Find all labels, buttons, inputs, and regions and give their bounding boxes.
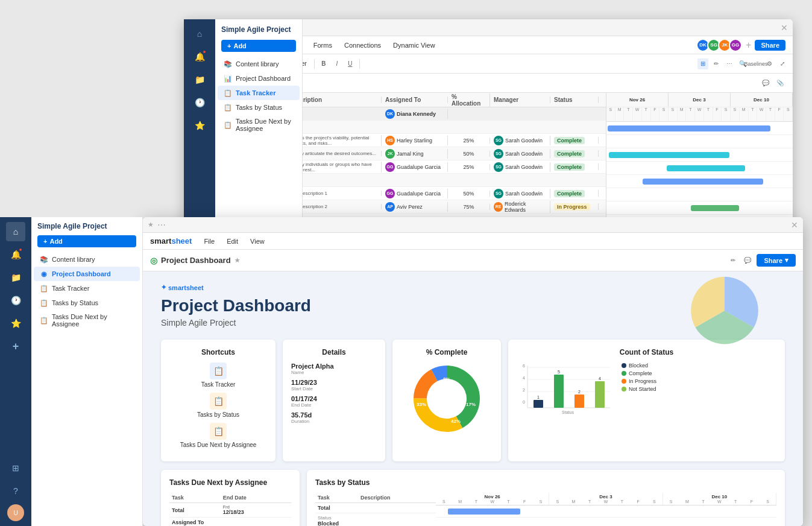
shortcut-tasks-by-status[interactable]: 📋 Tasks by Status: [169, 393, 267, 418]
row-status: Complete: [550, 163, 599, 170]
underline-icon[interactable]: U: [345, 59, 356, 69]
sidebar-item-content-library-front[interactable]: 📚 Content library: [34, 252, 140, 267]
add-button-back[interactable]: + Add: [221, 40, 296, 52]
gantt-day: S: [722, 107, 731, 121]
grid-icon-front[interactable]: ⊞: [6, 458, 25, 478]
settings-icon[interactable]: ⚙: [764, 59, 775, 69]
svg-text:8%: 8%: [443, 376, 450, 382]
gantt-row: [606, 188, 793, 201]
files-icon-front[interactable]: 📁: [6, 268, 25, 287]
row-assigned: GG Guadalupe Garcia: [382, 189, 448, 198]
manager-name: Sarah Goodwin: [505, 164, 543, 170]
svg-text:1: 1: [537, 395, 540, 399]
user-avatar-icon-front[interactable]: U: [7, 504, 24, 521]
share-dashboard-icon[interactable]: 💬: [742, 255, 753, 266]
italic-icon[interactable]: I: [332, 59, 342, 69]
assigned-name: Jamal King: [397, 151, 424, 157]
status-badge: Complete: [554, 137, 585, 144]
col-task-header: Task: [169, 493, 221, 503]
edit-icon[interactable]: ✏: [711, 59, 722, 69]
gantt-day: T: [686, 107, 695, 121]
home-icon-front[interactable]: ⌂: [6, 222, 25, 241]
task-tracker-icon: 📋: [224, 89, 232, 97]
home-icon[interactable]: ⌂: [190, 24, 209, 43]
tasks-status-label-front: Tasks by Status: [52, 299, 98, 306]
gantt-mini-week-2: Dec 3 S M T W T F S: [549, 493, 663, 505]
tasks-status-label: Tasks by Status: [236, 104, 282, 111]
total-task: Total: [169, 503, 221, 518]
donut-chart: 8% 33% 42% 17%: [401, 363, 493, 435]
chart-legend: Blocked Complete In Progress Not St: [622, 363, 656, 417]
menu-edit-front[interactable]: Edit: [222, 235, 243, 247]
front-nav-title: Simple Agile Project: [31, 217, 142, 233]
assigned-name: Aviv Perez: [397, 204, 423, 210]
bold-icon[interactable]: B: [318, 59, 329, 69]
add-user-icon[interactable]: +: [746, 40, 751, 51]
favorites-icon-front[interactable]: ⭐: [6, 314, 25, 333]
menu-dynamic-view[interactable]: Dynamic View: [388, 39, 440, 51]
svg-text:5: 5: [558, 370, 560, 374]
recent-icon-front[interactable]: 🕐: [6, 291, 25, 310]
gantt-day: T: [766, 107, 775, 121]
recent-icon[interactable]: 🕐: [190, 93, 209, 112]
count-of-status-widget: Count of Status 6 4 2 0: [508, 340, 785, 461]
edit-dashboard-icon[interactable]: ✏: [728, 255, 738, 266]
legend-not-started: Not Started: [622, 386, 656, 392]
front-close-icon[interactable]: ✕: [791, 220, 798, 230]
favorites-icon[interactable]: ⭐: [190, 116, 209, 135]
menu-file-front[interactable]: File: [199, 235, 219, 247]
gantt-bar: [667, 165, 745, 171]
shortcut-tasks-due[interactable]: 📋 Tasks Due Next by Assignee: [169, 423, 267, 448]
ss-logo-text: smartsheet: [168, 284, 204, 291]
shortcut-tasks-due-icon: 📋: [210, 423, 227, 440]
fullscreen-icon[interactable]: ⤢: [777, 59, 788, 69]
svg-text:17%: 17%: [466, 402, 476, 407]
sidebar-item-task-tracker[interactable]: 📋 Task Tracker: [218, 86, 300, 100]
grid-view-icon[interactable]: ⊞: [697, 59, 708, 69]
sidebar-item-project-dashboard-front[interactable]: ◉ Project Dashboard: [34, 267, 140, 281]
sidebar-item-project-dashboard[interactable]: 📊 Project Dashboard: [218, 71, 300, 86]
baseline-icon[interactable]: Baselines: [751, 59, 761, 69]
titlebar-close-icon[interactable]: ✕: [781, 23, 788, 33]
project-name-value: Project Alpha: [291, 363, 377, 370]
share-button-back[interactable]: Share: [755, 40, 785, 51]
menu-connections[interactable]: Connections: [339, 39, 386, 51]
bar-complete: [554, 375, 564, 408]
notifications-icon-front[interactable]: 🔔: [6, 245, 25, 264]
gantt-day: S: [784, 107, 793, 121]
sidebar-item-task-tracker-front[interactable]: 📋 Task Tracker: [34, 281, 140, 296]
files-icon[interactable]: 📁: [190, 70, 209, 89]
sidebar-item-tasks-by-status[interactable]: 📋 Tasks by Status: [218, 100, 300, 115]
help-icon-front[interactable]: ?: [6, 481, 25, 501]
content-library-icon: 📚: [224, 60, 232, 68]
desc-cell: [358, 513, 436, 527]
sidebar-item-tasks-due-front[interactable]: 📋 Tasks Due Next by Assignee: [34, 310, 140, 331]
end-date-value: 01/17/24: [291, 395, 377, 402]
sidebar-item-tasks-due[interactable]: 📋 Tasks Due Next by Assignee: [218, 115, 300, 135]
gantt-day: S: [669, 107, 678, 121]
shortcut-task-tracker[interactable]: 📋 Task Tracker: [169, 363, 267, 388]
more-icon[interactable]: ⋯: [724, 59, 735, 69]
menu-forms[interactable]: Forms: [309, 39, 337, 51]
tasks-status-gantt: Nov 26 S M T W T F S: [436, 493, 776, 526]
menu-view-front[interactable]: View: [245, 235, 269, 247]
front-app-logo: smartsheet: [150, 236, 192, 246]
sidebar-item-content-library[interactable]: 📚 Content library: [218, 57, 300, 71]
nav-panel-front: Simple Agile Project + Add 📚 Content lib…: [31, 217, 143, 526]
detail-start-date: 11/29/23 Start Date: [291, 379, 377, 391]
comment-icon[interactable]: 💬: [760, 78, 771, 89]
gantt-day: T: [642, 107, 651, 121]
avatar-sm: GG: [385, 189, 395, 198]
gantt-mini-week-1: Nov 26 S M T W T F S: [436, 493, 549, 505]
notifications-icon[interactable]: 🔔: [190, 47, 209, 66]
tasks-due-table: Task End Date Total Frd 12/18/23: [169, 493, 291, 526]
gantt-mini-row: [436, 505, 776, 518]
add-button-front[interactable]: + Add: [37, 235, 136, 247]
add-icon-front[interactable]: +: [6, 337, 25, 356]
gantt-row: [606, 175, 793, 188]
svg-text:42%: 42%: [451, 419, 461, 424]
tasks-due-icon-front: 📋: [40, 316, 48, 325]
share-button-front[interactable]: Share ▾: [757, 254, 796, 267]
sidebar-item-tasks-by-status-front[interactable]: 📋 Tasks by Status: [34, 296, 140, 310]
attach-icon[interactable]: 📎: [775, 78, 785, 89]
